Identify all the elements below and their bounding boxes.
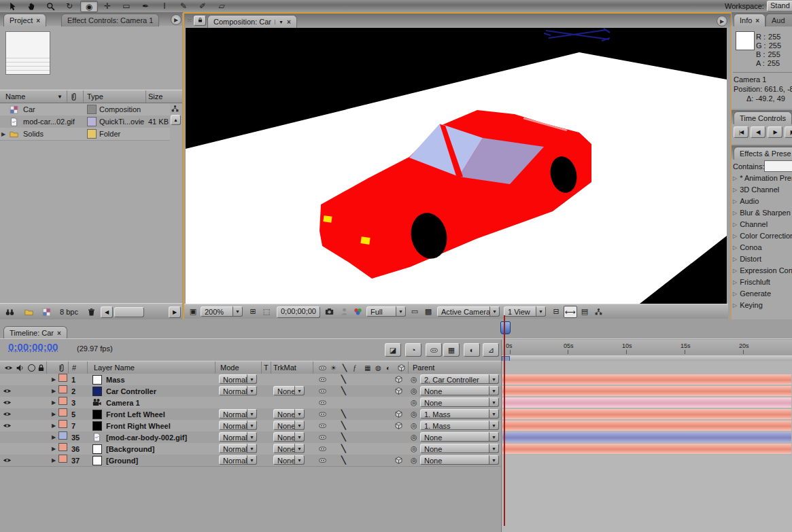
solo-toggle[interactable] [26,431,34,443]
scrollbar-thumb[interactable] [114,307,144,317]
parent-pickwhip-icon[interactable]: ◎ [411,455,417,466]
column-number[interactable]: # [72,361,76,374]
parent-dropdown[interactable]: 2. Car Controller▼ [420,374,499,384]
layer-row[interactable]: ▶2Car ControllerNormal▼None▼╲◎None▼ [0,385,502,397]
audio-toggle[interactable] [15,431,24,443]
effects-category[interactable]: ▷Expression Cont [733,266,792,274]
parent-dropdown[interactable]: None▼ [420,444,499,453]
timeline-button-icon[interactable]: ▤ [579,306,591,317]
pen-tool[interactable]: ✒ [137,1,154,11]
parent-pickwhip-icon[interactable]: ◎ [411,374,417,385]
trkmat-dropdown[interactable]: None▼ [273,444,305,453]
collapse-switch-icon[interactable]: ☀ [330,361,337,374]
eye-toggle[interactable] [3,455,13,466]
effects-category[interactable]: ▷Keying [733,301,763,309]
threed-toggle[interactable] [394,385,403,397]
close-icon[interactable]: × [287,18,291,26]
threed-switch-icon[interactable] [397,361,406,374]
effects-category[interactable]: ▷Audio [733,197,759,205]
mode-dropdown[interactable]: Normal▼ [219,374,257,384]
lock-toggle[interactable] [35,374,44,385]
trkmat-dropdown[interactable]: None▼ [273,432,305,442]
expander-icon[interactable]: ▷ [733,221,737,228]
workspace-dropdown[interactable]: Stand [767,1,792,12]
draft-3d-button[interactable]: ◔ [405,343,421,357]
expander-icon[interactable]: ▶ [52,408,56,420]
play-button[interactable]: ▶ [768,126,782,138]
layer-duration-bar[interactable] [502,409,791,419]
effects-category[interactable]: ▷Color Correction [733,232,792,240]
layer-duration-bar[interactable] [502,432,791,442]
panel-menu-button[interactable]: ▶ [171,14,182,25]
close-icon[interactable]: × [755,17,759,24]
lock-panel-icon[interactable] [194,16,206,26]
mask-shape-tool[interactable]: ▭ [118,1,135,11]
lock-toggle[interactable] [35,420,44,431]
tab-project[interactable]: Project × [3,14,46,26]
solo-toggle[interactable] [26,420,34,431]
frame-blend-button[interactable]: ▦ [443,343,460,357]
eye-toggle[interactable] [3,431,13,443]
parent-dropdown[interactable]: None▼ [420,397,499,407]
layer-duration-bar[interactable] [502,374,791,385]
trkmat-dropdown[interactable]: None▼ [273,386,305,395]
parent-pickwhip-icon[interactable]: ◎ [411,397,417,408]
safe-margins-icon[interactable]: ⊞ [247,306,259,317]
track-area[interactable] [502,361,792,532]
effects-category[interactable]: ▷3D Channel [733,185,779,194]
mode-dropdown[interactable]: Normal▼ [219,455,257,465]
tab-effects-presets[interactable]: Effects & Prese [734,147,792,160]
quality-switch-icon[interactable]: ╲ [343,361,347,374]
contains-input[interactable] [764,160,792,172]
layer-row[interactable]: ▶3Camera 1◎None▼ [0,397,502,409]
effects-category[interactable]: ▷* Animation Pres [733,174,792,182]
column-size[interactable]: Size [148,90,162,103]
audio-toggle[interactable] [15,443,24,455]
layer-duration-bar[interactable] [502,444,791,454]
expander-icon[interactable]: ▶ [52,385,56,397]
scroll-right-button[interactable]: ▶ [169,306,181,318]
effects-category[interactable]: ▷Distort [733,255,761,263]
parent-dropdown[interactable]: None▼ [420,455,499,465]
tab-effect-controls[interactable]: Effect Controls: Camera 1 [61,14,159,26]
magnification-dropdown[interactable]: 200%▼ [201,306,243,317]
parent-dropdown[interactable]: 1. Mass▼ [420,409,499,419]
solo-toggle[interactable] [26,374,34,385]
solo-toggle[interactable] [26,397,34,408]
motion-blur-switch-icon[interactable]: ◍ [375,361,381,374]
panel-menu-button[interactable]: ▶ [717,16,727,26]
expander-icon[interactable]: ▶ [52,455,56,466]
column-parent[interactable]: Parent [413,361,434,374]
adjustment-switch-icon[interactable]: ◐ [386,361,390,374]
eye-toggle[interactable] [3,420,13,431]
mode-dropdown[interactable]: Normal▼ [219,432,257,442]
expander-icon[interactable]: ▷ [733,210,737,216]
effects-category[interactable]: ▷Conoa [733,243,762,251]
trkmat-dropdown[interactable]: None▼ [273,409,305,419]
expander-icon[interactable]: ▷ [733,279,737,285]
label-color-chip[interactable] [58,374,67,382]
clone-stamp-tool[interactable]: ✐ [194,1,211,11]
audio-toggle[interactable] [15,385,24,397]
close-icon[interactable]: × [57,330,61,337]
effect-switch-icon[interactable]: f [354,361,356,374]
comp-flowchart-icon[interactable] [592,306,604,317]
parent-pickwhip-icon[interactable]: ◎ [411,420,417,431]
lock-toggle[interactable] [35,397,44,408]
expander-icon[interactable]: ▶ [52,397,56,408]
column-layer-name[interactable]: Layer Name [94,361,135,374]
close-icon[interactable]: × [36,17,40,24]
trash-icon[interactable] [87,307,96,317]
label-column-icon[interactable] [69,90,78,103]
pixel-aspect-correction-icon[interactable]: ⟷ [564,306,577,318]
eraser-tool[interactable]: ▱ [213,1,230,11]
effects-category[interactable]: ▷Channel [733,220,768,228]
live-update-button[interactable]: ◪ [385,343,401,357]
label-column-icon[interactable] [57,361,66,374]
snapshot-icon[interactable] [323,306,335,317]
region-of-interest-icon[interactable]: ⬚ [260,306,273,317]
label-color-chip[interactable] [58,431,67,440]
label-color-chip[interactable] [58,420,67,428]
parent-dropdown[interactable]: 1. Mass▼ [420,421,499,430]
mode-dropdown[interactable]: Normal▼ [219,421,257,430]
